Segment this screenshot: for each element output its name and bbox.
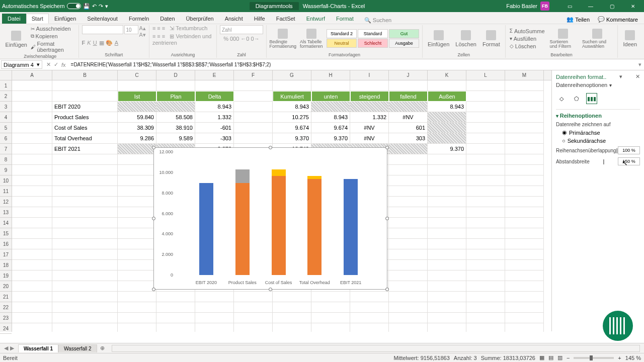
- worksheet-grid[interactable]: 123456789101112131415161718192021222324 …: [0, 70, 644, 332]
- cell[interactable]: [234, 102, 273, 112]
- cell[interactable]: fallend: [389, 91, 428, 102]
- qat-save-icon[interactable]: 💾: [83, 3, 90, 10]
- row-header[interactable]: 5: [0, 123, 12, 133]
- cell[interactable]: [428, 112, 466, 123]
- cell[interactable]: [505, 281, 544, 292]
- cell[interactable]: 1.332: [195, 112, 234, 123]
- cell[interactable]: -601: [195, 123, 234, 133]
- cell[interactable]: [52, 323, 118, 332]
- cell[interactable]: [466, 186, 505, 197]
- cell[interactable]: [118, 239, 156, 249]
- cell[interactable]: 8.943: [273, 102, 311, 112]
- cell[interactable]: [466, 154, 505, 165]
- cell[interactable]: [389, 323, 428, 332]
- cell[interactable]: #NV: [350, 123, 389, 133]
- cell[interactable]: [505, 102, 544, 112]
- cell[interactable]: [12, 123, 52, 133]
- cell[interactable]: [428, 239, 466, 249]
- cell[interactable]: [311, 323, 350, 332]
- cell[interactable]: [52, 260, 118, 270]
- cell[interactable]: [350, 302, 389, 313]
- cell[interactable]: [52, 197, 118, 207]
- cell[interactable]: [466, 102, 505, 112]
- cell[interactable]: [52, 249, 118, 260]
- cell[interactable]: [466, 292, 505, 302]
- tab-hilfe[interactable]: Hilfe: [249, 14, 271, 24]
- cell[interactable]: [350, 80, 389, 91]
- cell[interactable]: [505, 123, 544, 133]
- style-neutral[interactable]: Neutral: [327, 39, 357, 48]
- qat-redo-icon[interactable]: ↷: [99, 3, 103, 10]
- cell[interactable]: 9.370: [311, 133, 350, 144]
- cell[interactable]: [505, 239, 544, 249]
- row-header[interactable]: 24: [0, 323, 12, 334]
- row-header[interactable]: 22: [0, 302, 12, 313]
- cell[interactable]: 9.370: [273, 133, 311, 144]
- column-headers[interactable]: ABCDEFGHIJKLM: [12, 70, 644, 80]
- select-all[interactable]: [0, 70, 12, 80]
- tab-ueberpruefen[interactable]: Überprüfen: [181, 14, 219, 24]
- cell[interactable]: [195, 323, 234, 332]
- cell[interactable]: [12, 281, 52, 292]
- user-name[interactable]: Fabio Basler: [506, 3, 537, 9]
- cell[interactable]: [505, 218, 544, 228]
- cell[interactable]: [12, 292, 52, 302]
- cell[interactable]: 9.674: [273, 123, 311, 133]
- cell[interactable]: [389, 186, 428, 197]
- style-ausgabe[interactable]: Ausgabe: [389, 39, 419, 48]
- cell[interactable]: [52, 186, 118, 197]
- font-size[interactable]: [124, 25, 138, 34]
- cell[interactable]: [234, 112, 273, 123]
- cell[interactable]: 9.286: [118, 133, 156, 144]
- cell[interactable]: [428, 197, 466, 207]
- cell[interactable]: unten: [311, 91, 350, 102]
- row-header[interactable]: 10: [0, 175, 12, 186]
- sort-filter-button[interactable]: Sortieren und Filtern: [548, 28, 578, 50]
- cell[interactable]: [234, 133, 273, 144]
- style-gut[interactable]: Gut: [389, 29, 419, 38]
- cell[interactable]: [466, 123, 505, 133]
- cell[interactable]: [118, 270, 156, 281]
- cell[interactable]: [389, 102, 428, 112]
- insert-cells-button[interactable]: Einfügen: [426, 29, 451, 48]
- handle[interactable]: [269, 146, 272, 149]
- cell[interactable]: [156, 102, 195, 112]
- cell[interactable]: [234, 313, 273, 323]
- cell[interactable]: [389, 292, 428, 302]
- cell[interactable]: [389, 154, 428, 165]
- cell[interactable]: [428, 281, 466, 292]
- tab-format[interactable]: Format: [331, 14, 359, 24]
- ideas-button[interactable]: Ideen: [621, 29, 639, 48]
- row-header[interactable]: 21: [0, 292, 12, 302]
- col-header[interactable]: E: [195, 70, 234, 80]
- col-header[interactable]: C: [118, 70, 156, 80]
- cell[interactable]: [389, 270, 428, 281]
- cell[interactable]: [350, 102, 389, 112]
- close-icon[interactable]: ✕: [624, 0, 642, 12]
- zoom-out-icon[interactable]: −: [567, 355, 570, 361]
- find-button[interactable]: Suchen und Auswählen: [580, 28, 615, 50]
- cell[interactable]: [52, 239, 118, 249]
- cell[interactable]: [428, 260, 466, 270]
- cell[interactable]: [12, 165, 52, 175]
- cell[interactable]: [118, 249, 156, 260]
- cell[interactable]: [118, 102, 156, 112]
- cell[interactable]: [466, 302, 505, 313]
- cell[interactable]: Cost of Sales: [52, 123, 118, 133]
- cell[interactable]: [311, 102, 350, 112]
- cell[interactable]: [350, 313, 389, 323]
- cell[interactable]: [505, 91, 544, 102]
- cell[interactable]: Kumuliert: [273, 91, 311, 102]
- cell[interactable]: [466, 197, 505, 207]
- row-header[interactable]: 15: [0, 228, 12, 239]
- confirm-formula-icon[interactable]: ✓: [54, 61, 58, 68]
- tab-factset[interactable]: FactSet: [271, 14, 301, 24]
- cut-button[interactable]: ✂ Ausschneiden: [30, 25, 75, 32]
- cell[interactable]: [118, 260, 156, 270]
- row-header[interactable]: 11: [0, 186, 12, 197]
- clear-button[interactable]: ◇ Löschen: [509, 43, 546, 50]
- cell[interactable]: [52, 165, 118, 175]
- handle[interactable]: [152, 288, 155, 291]
- cell[interactable]: [12, 239, 52, 249]
- cell[interactable]: [118, 313, 156, 323]
